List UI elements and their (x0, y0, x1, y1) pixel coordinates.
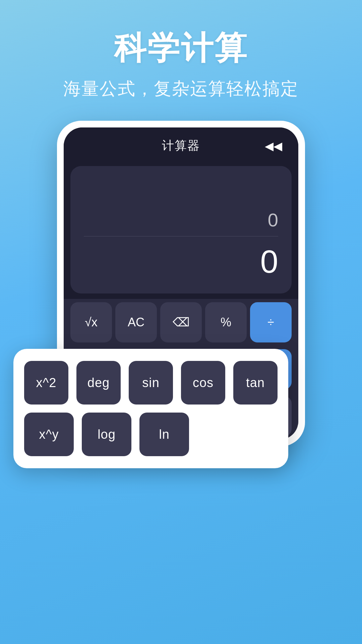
xsquared-button[interactable]: x^2 (24, 361, 68, 405)
ln-button[interactable]: ln (139, 413, 189, 456)
ac-button[interactable]: AC (115, 302, 157, 342)
xpowy-button[interactable]: x^y (24, 413, 74, 456)
percent-button[interactable]: % (205, 302, 247, 342)
calc-row-1: √x AC ⌫ % ÷ (70, 299, 292, 346)
sci-popup: x^2 deg sin cos tan x^y log ln (13, 349, 288, 468)
sin-button[interactable]: sin (129, 361, 173, 405)
backspace-button[interactable]: ⌫ (160, 302, 202, 342)
calc-display: 0 0 (70, 166, 292, 293)
display-result: 0 (260, 243, 278, 280)
divide-button[interactable]: ÷ (250, 302, 292, 342)
phone-header: 计算器 ◀◀ (64, 127, 298, 161)
app-title: 计算器 (162, 138, 200, 154)
hero-subtitle: 海量公式，复杂运算轻松搞定 (0, 77, 362, 101)
display-divider (84, 236, 278, 236)
sound-icon[interactable]: ◀◀ (265, 139, 282, 153)
sci-row-1: x^2 deg sin cos tan (24, 361, 278, 405)
hero-section: 科学计算 海量公式，复杂运算轻松搞定 (0, 0, 362, 101)
cos-button[interactable]: cos (181, 361, 225, 405)
sci-row-2: x^y log ln (24, 413, 278, 456)
hero-title: 科学计算 (0, 27, 362, 70)
sqrt-button[interactable]: √x (70, 302, 112, 342)
log-button[interactable]: log (82, 413, 131, 456)
display-input: 0 (268, 209, 278, 231)
deg-button[interactable]: deg (76, 361, 121, 405)
tan-button[interactable]: tan (233, 361, 278, 405)
